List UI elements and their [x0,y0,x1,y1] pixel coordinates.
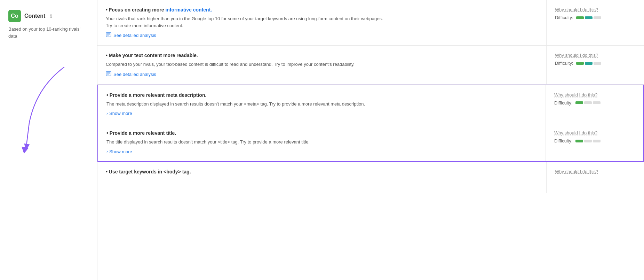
difficulty-row-title: Difficulty: [554,138,635,143]
chevron-right-icon-title: › [106,149,108,154]
show-more-label-title: Show more [109,149,132,154]
difficulty-seg-1 [575,101,583,104]
rec-desc-readable: Compared to your rivals, your text-based… [106,61,538,68]
row-content-informative: Focus on creating more informative conte… [97,0,547,45]
difficulty-label-meta: Difficulty: [554,100,573,106]
sidebar-subtitle: Based on your top 10-ranking rivals' dat… [8,26,89,39]
main-content: Focus on creating more informative conte… [97,0,644,280]
row-content-readable: Make your text content more readable. Co… [97,46,547,84]
see-analysis-label-readable: See detailed analysis [113,72,156,77]
page-wrapper: Co Content ℹ Based on your top 10-rankin… [0,0,644,280]
difficulty-seg-2 [584,140,592,142]
rec-desc-title: The title displayed in search results do… [106,139,537,146]
table-row: Provide a more relevant meta description… [98,85,643,124]
difficulty-seg-2 [585,16,593,19]
difficulty-label-informative: Difficulty: [555,15,573,20]
show-more-label-meta: Show more [109,111,132,116]
chevron-right-icon-meta: › [106,111,108,116]
difficulty-bar-readable [576,62,601,65]
difficulty-seg-3 [593,101,601,104]
difficulty-label-title: Difficulty: [554,138,573,143]
sidebar: Co Content ℹ Based on your top 10-rankin… [0,0,97,280]
difficulty-seg-1 [576,16,584,19]
row-content-title: Provide a more relevant title. The title… [98,123,546,161]
row-content-meta: Provide a more relevant meta description… [98,85,546,123]
doc-icon-readable [106,71,111,77]
why-link-readable[interactable]: Why should I do this? [555,53,636,58]
difficulty-row-meta: Difficulty: [554,100,635,106]
table-row: Focus on creating more informative conte… [97,0,644,46]
row-action-title: Why should I do this? Difficulty: [546,123,643,161]
arrow-annotation [8,60,89,172]
rec-title-informative: Focus on creating more informative conte… [106,7,538,13]
sidebar-header: Co Content ℹ [8,10,89,22]
see-analysis-label-informative: See detailed analysis [113,33,156,38]
rec-desc-meta: The meta description displayed in search… [106,101,537,108]
difficulty-seg-1 [576,62,584,65]
arrow-svg [8,60,85,172]
why-link-informative[interactable]: Why should I do this? [555,7,636,12]
show-more-link-meta[interactable]: › Show more [106,111,537,116]
show-more-link-title[interactable]: › Show more [106,149,537,154]
table-row: Make your text content more readable. Co… [97,46,644,85]
difficulty-seg-3 [593,140,601,142]
difficulty-seg-3 [594,16,601,19]
row-action-informative: Why should I do this? Difficulty: [547,0,644,45]
difficulty-seg-1 [575,140,583,142]
why-link-keywords[interactable]: Why should I do this? [555,169,636,174]
see-analysis-link-readable[interactable]: See detailed analysis [106,71,538,77]
difficulty-seg-3 [594,62,601,65]
why-link-title[interactable]: Why should I do this? [554,130,635,135]
difficulty-row-readable: Difficulty: [555,61,636,66]
row-action-meta: Why should I do this? Difficulty: [546,85,643,123]
row-content-keywords: Use target keywords in <body> tag. [97,162,547,193]
sidebar-logo: Co [8,10,21,22]
table-row: Use target keywords in <body> tag. Why s… [97,162,644,193]
doc-icon-informative [106,32,111,38]
difficulty-seg-2 [585,62,593,65]
sidebar-title: Content [24,13,45,19]
highlighted-group: Provide a more relevant meta description… [97,85,644,162]
row-action-readable: Why should I do this? Difficulty: [547,46,644,84]
rec-desc-informative: Your rivals that rank higher than you in… [106,15,538,29]
why-link-meta[interactable]: Why should I do this? [554,92,635,98]
difficulty-row-informative: Difficulty: [555,15,636,20]
rec-title-title: Provide a more relevant title. [106,130,537,136]
difficulty-bar-meta [575,101,601,104]
table-row: Provide a more relevant title. The title… [98,123,643,161]
difficulty-label-readable: Difficulty: [555,61,573,66]
row-action-keywords: Why should I do this? [547,162,644,193]
difficulty-bar-informative [576,16,601,19]
rec-title-readable: Make your text content more readable. [106,53,538,58]
see-analysis-link-informative[interactable]: See detailed analysis [106,32,538,38]
rec-title-meta: Provide a more relevant meta description… [106,92,537,98]
rec-title-keywords: Use target keywords in <body> tag. [106,169,538,174]
difficulty-seg-2 [584,101,592,104]
info-icon: ℹ [50,13,52,19]
difficulty-bar-title [575,140,601,142]
